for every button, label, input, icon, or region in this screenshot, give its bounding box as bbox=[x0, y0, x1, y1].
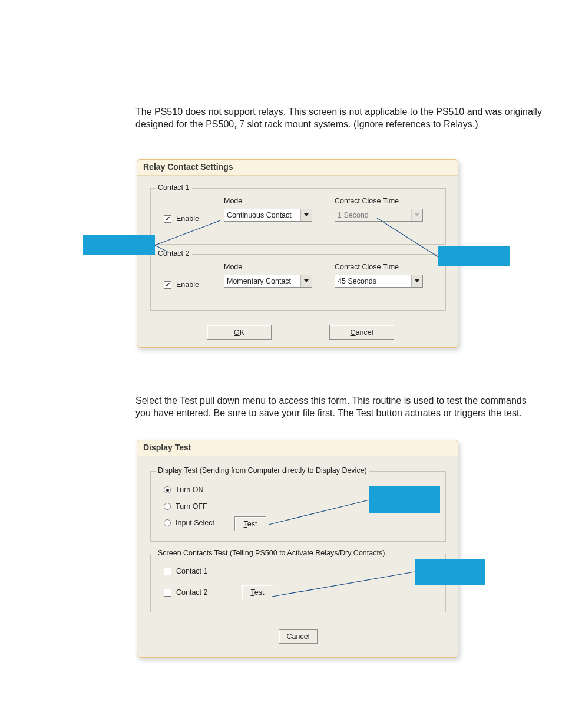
checkbox-icon bbox=[164, 568, 171, 575]
checkbox-icon bbox=[164, 589, 171, 597]
dropdown-icon bbox=[300, 275, 312, 287]
checkbox-icon: ✔ bbox=[164, 281, 171, 289]
screen-contacts-group: Screen Contacts Test (Telling PS500 to A… bbox=[150, 554, 446, 612]
contact-1-time-select: 1 Second bbox=[335, 209, 423, 222]
radio-icon bbox=[164, 503, 171, 510]
callout-display-test bbox=[369, 486, 440, 513]
contact-2-time-select[interactable]: 45 Seconds bbox=[335, 275, 423, 288]
cancel-label: Cancel bbox=[351, 328, 373, 337]
display-test-button[interactable]: Test bbox=[234, 516, 266, 531]
relay-contact-settings-dialog: Relay Contact Settings Contact 1 ✔ Enabl… bbox=[137, 159, 458, 348]
mode-value: Continuous Contact bbox=[227, 211, 292, 219]
contact-1-enable-checkbox[interactable]: ✔ Enable bbox=[164, 215, 199, 223]
contact-2-enable-checkbox[interactable]: ✔ Enable bbox=[164, 281, 199, 289]
radio-input-select[interactable]: Input Select bbox=[164, 519, 214, 527]
svg-marker-2 bbox=[304, 279, 309, 282]
callout-contacts-test bbox=[415, 559, 485, 585]
checkbox-icon: ✔ bbox=[164, 215, 171, 223]
test-label: Test bbox=[251, 588, 265, 597]
svg-marker-1 bbox=[415, 213, 419, 216]
mode-label: Mode bbox=[224, 197, 242, 205]
contact-1-group: Contact 1 ✔ Enable Mode Continuous Conta… bbox=[150, 188, 446, 245]
display-test-dialog: Display Test Display Test (Sending from … bbox=[137, 440, 458, 658]
radio-icon bbox=[164, 519, 171, 526]
dialog-title: Display Test bbox=[137, 440, 458, 456]
contact-2-mode-select[interactable]: Momentary Contact bbox=[224, 275, 312, 288]
display-test-cancel-button[interactable]: Cancel bbox=[279, 629, 318, 644]
contact-2-checkbox[interactable]: Contact 2 bbox=[164, 588, 208, 597]
time-value: 1 Second bbox=[338, 211, 369, 219]
time-value: 45 Seconds bbox=[338, 277, 376, 285]
dialog-title: Relay Contact Settings bbox=[137, 160, 458, 176]
dropdown-icon bbox=[411, 275, 422, 287]
chk-label: Contact 1 bbox=[176, 567, 208, 575]
mode-label: Mode bbox=[224, 263, 242, 271]
contact-1-legend: Contact 1 bbox=[156, 183, 192, 192]
close-time-label: Contact Close Time bbox=[335, 263, 399, 271]
contact-1-mode-select[interactable]: Continuous Contact bbox=[224, 209, 312, 222]
cancel-label: Cancel bbox=[287, 633, 310, 641]
callout-right bbox=[438, 246, 510, 266]
intro-paragraph-2: Select the Test pull down menu to access… bbox=[135, 395, 542, 420]
dropdown-icon bbox=[300, 209, 312, 221]
display-test-legend: Display Test (Sending from Computer dire… bbox=[156, 466, 369, 475]
callout-left bbox=[83, 235, 155, 255]
svg-marker-0 bbox=[304, 213, 309, 216]
test-label: Test bbox=[244, 520, 257, 528]
enable-label: Enable bbox=[176, 215, 199, 223]
radio-turn-off[interactable]: Turn OFF bbox=[164, 502, 207, 510]
radio-label: Input Select bbox=[176, 519, 214, 527]
contact-2-group: Contact 2 ✔ Enable Mode Momentary Contac… bbox=[150, 254, 446, 311]
chk-label: Contact 2 bbox=[176, 588, 208, 597]
radio-label: Turn ON bbox=[176, 486, 203, 494]
radio-turn-on[interactable]: Turn ON bbox=[164, 486, 203, 494]
contacts-test-button[interactable]: Test bbox=[242, 585, 273, 599]
intro-paragraph-1: The PS510 does not support relays. This … bbox=[135, 106, 542, 131]
radio-label: Turn OFF bbox=[176, 502, 207, 510]
mode-value: Momentary Contact bbox=[227, 277, 291, 285]
cancel-button[interactable]: Cancel bbox=[329, 325, 394, 340]
ok-label: OK bbox=[234, 328, 244, 337]
screen-contacts-legend: Screen Contacts Test (Telling PS500 to A… bbox=[156, 549, 387, 557]
contact-2-legend: Contact 2 bbox=[156, 249, 192, 258]
close-time-label: Contact Close Time bbox=[335, 197, 399, 205]
dropdown-icon bbox=[411, 209, 422, 221]
enable-label: Enable bbox=[176, 281, 199, 289]
radio-icon bbox=[164, 486, 171, 493]
ok-button[interactable]: OK bbox=[207, 325, 272, 340]
contact-1-checkbox[interactable]: Contact 1 bbox=[164, 567, 208, 575]
svg-marker-3 bbox=[415, 279, 419, 282]
